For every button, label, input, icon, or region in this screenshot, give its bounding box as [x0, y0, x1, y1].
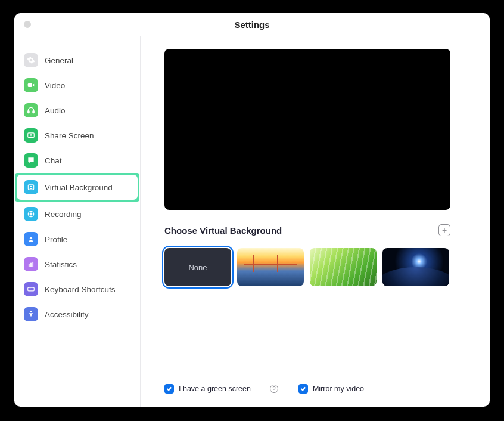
svg-rect-0: [28, 83, 32, 87]
titlebar: Settings: [14, 13, 490, 36]
checkbox-label: I have a green screen: [179, 385, 251, 393]
window-controls[interactable]: [24, 21, 31, 28]
plus-icon: +: [442, 226, 447, 234]
sidebar-item-video[interactable]: Video: [17, 73, 138, 98]
svg-point-17: [30, 311, 32, 312]
green-screen-checkbox[interactable]: I have a green screen: [164, 384, 251, 394]
gear-icon: [24, 53, 38, 67]
sidebar-item-label: General: [45, 56, 73, 65]
mirror-checkbox[interactable]: Mirror my video: [298, 384, 364, 394]
sidebar-item-label: Statistics: [45, 260, 77, 269]
sidebar-item-share-screen[interactable]: Share Screen: [17, 123, 138, 148]
sidebar-item-label: Recording: [45, 210, 82, 219]
content-pane: Choose Virtual Background + None: [141, 36, 490, 407]
headphones-icon: [24, 103, 38, 117]
accessibility-icon: [24, 307, 38, 321]
svg-point-7: [30, 213, 32, 215]
video-preview: [164, 49, 450, 210]
checkbox-box: [164, 384, 174, 394]
stats-icon: [24, 257, 38, 271]
svg-rect-11: [32, 262, 33, 267]
sidebar-item-label: Virtual Background: [45, 183, 113, 192]
virtual-bg-icon: [24, 180, 38, 194]
bg-thumb-none[interactable]: None: [164, 248, 231, 286]
close-dot[interactable]: [24, 21, 31, 28]
footer-options: I have a green screen ? Mirror my video: [164, 384, 468, 395]
bg-thumb-bridge[interactable]: [237, 248, 304, 286]
sidebar-item-general[interactable]: General: [17, 48, 138, 73]
sidebar-item-recording[interactable]: Recording: [17, 202, 138, 227]
sidebar-item-label: Keyboard Shortcuts: [45, 285, 116, 294]
keyboard-icon: [24, 282, 38, 296]
bg-thumb-space[interactable]: [382, 248, 449, 286]
sidebar-item-keyboard-shortcuts[interactable]: Keyboard Shortcuts: [17, 277, 138, 302]
profile-icon: [24, 232, 38, 246]
sidebar-item-label: Chat: [45, 156, 62, 165]
sidebar-item-label: Audio: [45, 106, 66, 115]
settings-window: Settings GeneralVideoAudioShare ScreenCh…: [14, 13, 490, 407]
check-icon: [166, 386, 172, 392]
sidebar-item-accessibility[interactable]: Accessibility: [17, 302, 138, 327]
svg-rect-12: [28, 287, 35, 291]
sidebar-item-virtual-background[interactable]: Virtual Background: [17, 175, 138, 200]
section-title: Choose Virtual Background: [164, 225, 282, 236]
svg-rect-2: [33, 111, 34, 113]
sidebar-item-audio[interactable]: Audio: [17, 98, 138, 123]
sidebar-item-label: Video: [45, 81, 65, 90]
active-highlight: Virtual Background: [15, 173, 139, 202]
svg-point-5: [30, 186, 32, 187]
window-body: GeneralVideoAudioShare ScreenChatVirtual…: [14, 36, 490, 407]
share-screen-icon: [24, 128, 38, 143]
svg-point-8: [30, 237, 32, 239]
add-background-button[interactable]: +: [438, 224, 450, 236]
svg-point-13: [29, 289, 30, 289]
svg-rect-1: [28, 111, 29, 113]
check-icon: [300, 386, 306, 392]
svg-point-14: [30, 289, 31, 289]
svg-rect-16: [30, 290, 33, 290]
record-icon: [24, 207, 38, 221]
svg-point-15: [32, 289, 32, 289]
sidebar-item-statistics[interactable]: Statistics: [17, 252, 138, 277]
background-thumbs: None: [164, 248, 468, 286]
sidebar-item-chat[interactable]: Chat: [17, 148, 138, 173]
thumb-label: None: [188, 263, 207, 272]
checkbox-label: Mirror my video: [313, 385, 364, 393]
sidebar-item-label: Share Screen: [45, 131, 94, 140]
window-title: Settings: [234, 20, 269, 30]
sidebar-item-label: Accessibility: [45, 310, 89, 319]
help-icon[interactable]: ?: [270, 385, 278, 393]
sidebar: GeneralVideoAudioShare ScreenChatVirtual…: [14, 36, 141, 407]
sidebar-item-label: Profile: [45, 235, 67, 244]
svg-rect-9: [29, 264, 30, 267]
sidebar-item-profile[interactable]: Profile: [17, 227, 138, 252]
checkbox-box: [298, 384, 308, 394]
svg-rect-10: [30, 263, 32, 267]
video-icon: [24, 78, 38, 92]
chat-icon: [24, 153, 38, 168]
bg-thumb-grass[interactable]: [310, 248, 377, 286]
